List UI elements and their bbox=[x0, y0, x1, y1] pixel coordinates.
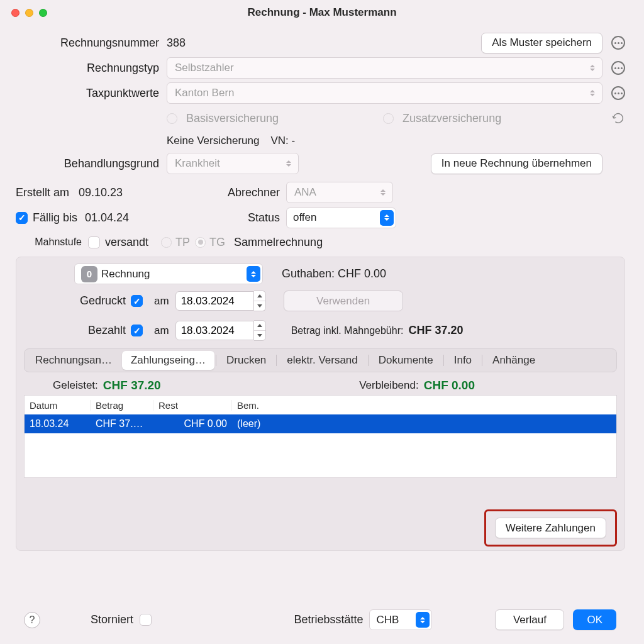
doc-count-badge: 0 bbox=[81, 266, 97, 282]
doc-type-value: Rechnung bbox=[101, 268, 150, 280]
paid-date-input[interactable] bbox=[175, 321, 254, 340]
remaining-label: Verbleibend: bbox=[359, 379, 419, 392]
table-row[interactable]: 18.03.24 CHF 37.… CHF 0.00 (leer) bbox=[25, 414, 616, 433]
col-rest[interactable]: Rest bbox=[153, 400, 232, 411]
titlebar: Rechnung - Max Mustermann bbox=[0, 0, 644, 25]
chevron-updown-icon bbox=[379, 186, 387, 199]
chevron-updown-icon bbox=[247, 266, 260, 282]
sent-checkbox[interactable] bbox=[88, 236, 100, 248]
status-select[interactable]: offen bbox=[286, 208, 396, 228]
invoice-number: 388 bbox=[167, 36, 481, 50]
amount-incl-fee-label: Betrag inkl. Mahngebühr: bbox=[291, 325, 404, 336]
invoice-panel: 0 Rechnung Guthaben: CHF 0.00 Gedruckt a… bbox=[16, 257, 625, 551]
paid-date-stepper[interactable] bbox=[175, 320, 266, 341]
chevron-updown-icon bbox=[588, 62, 597, 74]
cell-amount: CHF 37.… bbox=[91, 418, 153, 430]
taxpoint-value: Kanton Bern bbox=[175, 87, 235, 99]
col-amount[interactable]: Betrag bbox=[91, 400, 153, 411]
cell-rest: CHF 0.00 bbox=[153, 418, 232, 430]
more-icon[interactable] bbox=[611, 36, 625, 50]
printed-date-input[interactable] bbox=[175, 291, 254, 311]
additional-insurance-label: Zusatzversicherung bbox=[402, 112, 501, 125]
tab-payments[interactable]: Zahlungseing… bbox=[122, 351, 214, 370]
taxpoint-label: Taxpunktwerte bbox=[16, 87, 167, 100]
col-note[interactable]: Bem. bbox=[232, 400, 597, 411]
paid-label: Bezahlt bbox=[24, 324, 131, 337]
tg-radio bbox=[195, 237, 206, 248]
site-value: CHB bbox=[376, 614, 399, 626]
help-icon[interactable]: ? bbox=[24, 612, 40, 628]
payments-table: Datum Betrag Rest Bem. 18.03.24 CHF 37.…… bbox=[24, 395, 617, 478]
paid-checkbox[interactable] bbox=[131, 325, 143, 336]
step-down[interactable] bbox=[254, 301, 265, 311]
more-icon[interactable] bbox=[611, 61, 625, 75]
more-icon[interactable] bbox=[611, 86, 625, 100]
step-up[interactable] bbox=[254, 291, 265, 301]
copy-to-new-invoice-button[interactable]: In neue Rechnung übernehmen bbox=[431, 153, 602, 174]
history-button[interactable]: Verlauf bbox=[495, 609, 564, 630]
tab-invoice-addr[interactable]: Rechnungsan… bbox=[26, 351, 121, 370]
reason-value: Krankheit bbox=[175, 157, 220, 170]
reason-select[interactable]: Krankheit bbox=[167, 153, 299, 174]
am-label: am bbox=[154, 325, 169, 337]
tab-print[interactable]: Drucken bbox=[218, 351, 275, 370]
printed-date-stepper[interactable] bbox=[175, 291, 266, 311]
tabs: Rechnungsan… Zahlungseing… Drucken elekt… bbox=[24, 348, 617, 372]
tab-electronic[interactable]: elektr. Versand bbox=[278, 351, 366, 370]
invoice-number-label: Rechnungsnummer bbox=[16, 36, 167, 50]
site-select[interactable]: CHB bbox=[369, 609, 432, 630]
invoice-type-value: Selbstzahler bbox=[175, 62, 234, 74]
collect-invoice-label: Sammelrechnung bbox=[234, 236, 323, 249]
tab-documents[interactable]: Dokumente bbox=[370, 351, 442, 370]
cancelled-label: Storniert bbox=[91, 613, 133, 626]
step-down[interactable] bbox=[254, 331, 265, 340]
invoice-type-label: Rechnungstyp bbox=[16, 62, 167, 75]
due-checkbox[interactable] bbox=[16, 212, 28, 224]
no-insurance-text: Keine Versicherung bbox=[167, 135, 259, 147]
cancelled-checkbox[interactable] bbox=[140, 614, 152, 626]
refresh-icon[interactable] bbox=[611, 111, 625, 125]
vn-text: VN: - bbox=[270, 135, 295, 147]
chevron-updown-icon bbox=[380, 210, 394, 226]
status-label: Status bbox=[160, 211, 286, 225]
tg-label: TG bbox=[209, 236, 225, 249]
tab-attachments[interactable]: Anhänge bbox=[484, 351, 544, 370]
col-date[interactable]: Datum bbox=[25, 400, 91, 411]
site-label: Betriebsstätte bbox=[294, 613, 363, 626]
biller-select[interactable]: ANA bbox=[286, 182, 393, 203]
cell-date: 18.03.24 bbox=[25, 418, 91, 430]
due-date: 01.04.24 bbox=[85, 211, 129, 225]
tp-label: TP bbox=[175, 236, 190, 249]
tab-info[interactable]: Info bbox=[445, 351, 480, 370]
tp-radio bbox=[161, 237, 172, 248]
remaining-value: CHF 0.00 bbox=[424, 379, 475, 392]
credit-label: Guthaben: CHF 0.00 bbox=[282, 267, 386, 280]
highlight-box: Weitere Zahlungen bbox=[484, 509, 617, 547]
taxpoint-select[interactable]: Kanton Bern bbox=[167, 82, 602, 104]
footer: ? Storniert Betriebsstätte CHB Verlauf O… bbox=[0, 609, 644, 630]
created-label: Erstellt am bbox=[16, 186, 79, 199]
biller-value: ANA bbox=[294, 186, 316, 199]
invoice-type-select[interactable]: Selbstzahler bbox=[167, 57, 602, 79]
ok-button[interactable]: OK bbox=[573, 609, 616, 630]
printed-checkbox[interactable] bbox=[131, 295, 143, 307]
printed-label: Gedruckt bbox=[24, 294, 131, 308]
more-payments-button[interactable]: Weitere Zahlungen bbox=[495, 518, 606, 538]
basic-insurance-radio bbox=[167, 113, 177, 124]
save-as-template-button[interactable]: Als Muster speichern bbox=[481, 33, 602, 53]
sent-label: versandt bbox=[105, 236, 148, 249]
status-value: offen bbox=[293, 211, 317, 224]
due-label: Fällig bis bbox=[33, 211, 77, 225]
use-credit-button: Verwenden bbox=[284, 291, 403, 311]
doc-type-select[interactable]: 0 Rechnung bbox=[74, 264, 263, 284]
paid-summary-label: Geleistet: bbox=[53, 379, 98, 392]
paid-summary-value: CHF 37.20 bbox=[103, 379, 161, 392]
reminder-level-label: Mahnstufe bbox=[16, 236, 88, 248]
chevron-updown-icon bbox=[416, 612, 430, 628]
additional-insurance-radio bbox=[383, 113, 394, 124]
step-up[interactable] bbox=[254, 321, 265, 331]
chevron-updown-icon bbox=[284, 157, 293, 170]
reason-label: Behandlungsgrund bbox=[16, 157, 167, 170]
biller-label: Abrechner bbox=[160, 186, 286, 199]
cell-note: (leer) bbox=[232, 418, 616, 430]
